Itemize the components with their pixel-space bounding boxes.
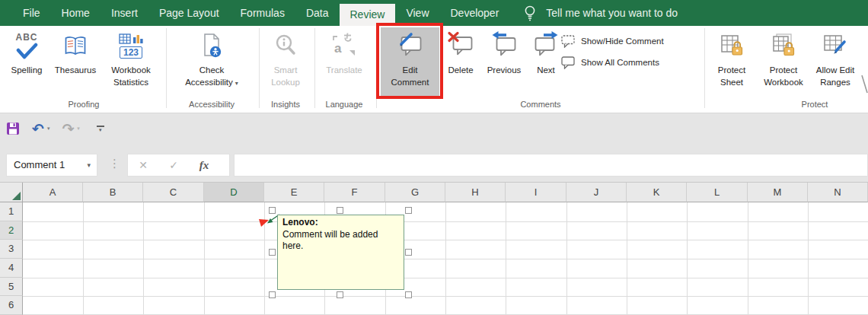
- tell-me-box[interactable]: Tell me what you want to do: [523, 0, 678, 26]
- column-header-h[interactable]: H: [445, 183, 506, 202]
- column-header-i[interactable]: I: [506, 183, 566, 202]
- gridline: [23, 278, 868, 278]
- tab-developer[interactable]: Developer: [440, 0, 510, 26]
- gridline: [23, 221, 868, 222]
- resize-handle[interactable]: [405, 291, 412, 298]
- resize-handle[interactable]: [269, 207, 276, 214]
- name-box-value: Comment 1: [14, 159, 65, 170]
- save-icon[interactable]: [6, 122, 20, 135]
- select-all-icon: [12, 192, 21, 200]
- show-hide-comment-label: Show/Hide Comment: [581, 37, 664, 46]
- group-label-accessibility: Accessibility: [158, 100, 265, 112]
- resize-handle[interactable]: [337, 207, 343, 214]
- tab-insert[interactable]: Insert: [101, 0, 148, 26]
- row-header-1[interactable]: 1: [0, 202, 23, 221]
- resize-handle[interactable]: [269, 291, 276, 298]
- next-comment-icon: [528, 27, 563, 64]
- column-header-a[interactable]: A: [23, 183, 83, 202]
- allow-edit-ranges-button[interactable]: Allow Edit Ranges: [810, 27, 860, 97]
- protect-sheet-label-1: Protect: [708, 65, 755, 76]
- column-header-f[interactable]: F: [324, 183, 385, 202]
- select-all-button[interactable]: [0, 183, 23, 202]
- column-header-l[interactable]: L: [687, 183, 748, 202]
- tab-view[interactable]: View: [395, 0, 439, 26]
- lightbulb-icon: [523, 4, 537, 22]
- column-header-k[interactable]: K: [627, 183, 687, 202]
- tab-page-layout[interactable]: Page Layout: [148, 0, 230, 26]
- tab-home[interactable]: Home: [51, 0, 101, 26]
- protect-workbook-button[interactable]: Protect Workbook: [755, 27, 812, 97]
- name-box-dropdown-icon[interactable]: ▾: [87, 154, 91, 176]
- column-header-n[interactable]: N: [808, 183, 868, 202]
- protect-sheet-label-2: Sheet: [708, 77, 755, 88]
- resize-handle[interactable]: [405, 207, 412, 214]
- tab-formulas[interactable]: Formulas: [230, 0, 295, 26]
- spreadsheet-grid: A B C D E F G H I J K L M N 1 2 3 4 5 6: [0, 183, 868, 315]
- gridline: [23, 259, 868, 259]
- undo-dropdown-icon[interactable]: ▾: [47, 126, 50, 132]
- group-label-language: Language: [314, 100, 375, 112]
- toolbar-strip: ↶ ▾ ↷ ▾ ▾ Comment 1 ▾ ⋮ ✕ ✓ fx: [0, 113, 868, 183]
- next-comment-button[interactable]: Next: [528, 27, 563, 97]
- thesaurus-button[interactable]: Thesaurus: [49, 27, 102, 97]
- resize-handle[interactable]: [337, 291, 343, 298]
- formula-input[interactable]: [234, 154, 868, 177]
- tab-data[interactable]: Data: [295, 0, 340, 26]
- previous-comment-button[interactable]: Previous: [481, 27, 527, 97]
- smart-lookup-label-2: Lookup: [262, 77, 309, 88]
- protect-sheet-icon: [708, 27, 755, 64]
- column-header-b[interactable]: B: [83, 183, 143, 202]
- row-header-5[interactable]: 5: [0, 278, 23, 296]
- row-header-3[interactable]: 3: [0, 240, 23, 259]
- column-header-m[interactable]: M: [748, 183, 808, 202]
- column-header-c[interactable]: C: [143, 183, 204, 202]
- enter-icon[interactable]: ✓: [158, 159, 189, 171]
- quick-access-toolbar: ↶ ▾ ↷ ▾ ▾: [0, 118, 104, 139]
- comment-author: Lenovo:: [282, 217, 399, 229]
- comment-text: Comment will be added here.: [282, 229, 399, 253]
- column-header-d[interactable]: D: [204, 183, 264, 202]
- menu-bar: File Home Insert Page Layout Formulas Da…: [0, 0, 868, 26]
- chevron-down-icon: ▾: [235, 80, 238, 87]
- protect-sheet-button[interactable]: Protect Sheet: [708, 27, 755, 97]
- protect-workbook-label-1: Protect: [755, 65, 812, 76]
- comment-indicator-icon: [259, 219, 269, 227]
- spelling-button[interactable]: ABC Spelling: [5, 27, 49, 97]
- delete-comment-button[interactable]: Delete: [441, 27, 480, 97]
- svg-text:a: a: [334, 41, 342, 56]
- show-all-comments-button[interactable]: Show All Comments: [561, 56, 659, 69]
- group-label-insights: Insights: [259, 100, 312, 112]
- column-header-g[interactable]: G: [385, 183, 445, 202]
- delete-comment-label: Delete: [441, 65, 480, 76]
- allow-edit-ranges-icon: [810, 27, 860, 64]
- redo-icon[interactable]: ↷: [62, 120, 74, 137]
- resize-handle[interactable]: [405, 249, 412, 256]
- thesaurus-label: Thesaurus: [49, 65, 102, 76]
- undo-icon[interactable]: ↶: [32, 120, 44, 137]
- resize-handle[interactable]: [269, 249, 276, 256]
- row-header-2[interactable]: 2: [0, 221, 23, 240]
- workbook-statistics-button[interactable]: 123 Workbook Statistics: [102, 27, 160, 97]
- formula-buttons: ✕ ✓ fx: [127, 154, 230, 177]
- gridline: [23, 296, 868, 297]
- translate-button[interactable]: a Translate: [317, 27, 372, 97]
- abc-text: ABC: [15, 32, 38, 43]
- name-box[interactable]: Comment 1 ▾: [6, 154, 97, 177]
- previous-comment-icon: [481, 27, 527, 64]
- show-all-comments-label: Show All Comments: [581, 58, 659, 67]
- comment-box[interactable]: Lenovo: Comment will be added here.: [277, 215, 404, 290]
- insert-function-icon[interactable]: fx: [189, 159, 219, 172]
- customize-toolbar-icon[interactable]: ▾: [97, 126, 104, 132]
- redo-dropdown-icon[interactable]: ▾: [77, 126, 80, 132]
- cancel-icon[interactable]: ✕: [128, 159, 158, 171]
- tab-file[interactable]: File: [12, 0, 51, 26]
- row-header-4[interactable]: 4: [0, 259, 23, 278]
- formula-bar-grip[interactable]: ⋮: [109, 157, 120, 170]
- row-header-6[interactable]: 6: [0, 296, 23, 315]
- smart-lookup-button[interactable]: Smart Lookup: [262, 27, 309, 97]
- check-accessibility-button[interactable]: Check Accessibility▾: [169, 27, 254, 97]
- column-header-j[interactable]: J: [566, 183, 627, 202]
- show-hide-comment-button[interactable]: Show/Hide Comment: [561, 34, 664, 48]
- tell-me-label: Tell me what you want to do: [546, 7, 678, 19]
- column-header-e[interactable]: E: [264, 183, 324, 202]
